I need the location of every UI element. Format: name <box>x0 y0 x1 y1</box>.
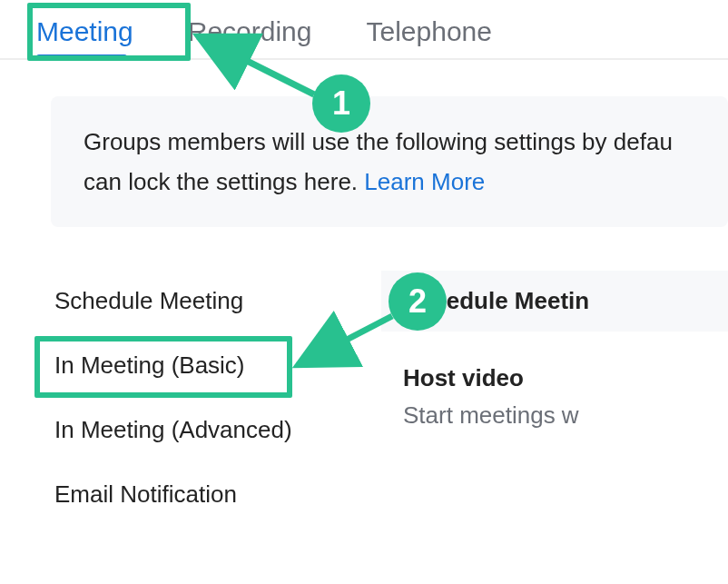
nav-email-notification[interactable]: Email Notification <box>54 462 381 527</box>
banner-text-line1: Groups members will use the following se… <box>84 128 673 155</box>
section-header-schedule-meeting: Schedule Meetin <box>381 271 728 332</box>
tab-telephone[interactable]: Telephone <box>366 16 491 58</box>
nav-in-meeting-basic[interactable]: In Meeting (Basic) <box>54 333 381 398</box>
info-banner: Groups members will use the following se… <box>51 96 728 227</box>
settings-nav: Schedule Meeting In Meeting (Basic) In M… <box>0 269 381 527</box>
tabs-bar: Meeting Recording Telephone <box>0 0 728 60</box>
nav-schedule-meeting[interactable]: Schedule Meeting <box>54 269 381 333</box>
tab-recording[interactable]: Recording <box>188 16 312 58</box>
main-area: Schedule Meeting In Meeting (Basic) In M… <box>0 227 728 527</box>
setting-host-video-desc: Start meetings w <box>381 396 728 430</box>
banner-text-line2: can lock the settings here. <box>84 168 364 195</box>
settings-content: Schedule Meetin Host video Start meeting… <box>381 269 728 527</box>
learn-more-link[interactable]: Learn More <box>364 168 485 195</box>
setting-host-video-title: Host video <box>381 332 728 396</box>
nav-in-meeting-advanced[interactable]: In Meeting (Advanced) <box>54 398 381 462</box>
banner-container: Groups members will use the following se… <box>0 60 728 227</box>
tab-meeting[interactable]: Meeting <box>36 16 133 58</box>
